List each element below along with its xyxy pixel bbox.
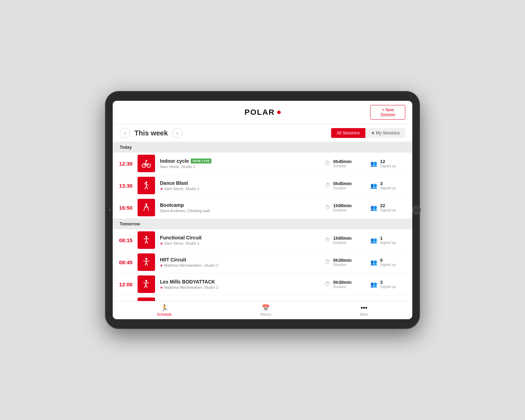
svg-line-23: [146, 241, 148, 244]
signedup-meta: 👥 3 Signed up: [370, 181, 405, 190]
people-icon: 👥: [370, 259, 377, 266]
now-live-badge: NOW LIVE: [191, 159, 211, 163]
session-sub: Daria Andrews, Climbing wall: [160, 209, 325, 213]
week-nav-bar: ‹ This week › All Sessions ★ My Sessions: [113, 124, 412, 142]
duration-value: 1h00min: [333, 236, 352, 241]
week-nav-left: ‹ This week ›: [120, 128, 183, 138]
signedup-value: 3: [380, 280, 396, 285]
duration-value: 0h45min: [333, 181, 352, 186]
duration-value: 0h30min: [333, 280, 352, 285]
session-row[interactable]: 08:15 Functional Circuit ★ Sam Stone, St…: [113, 229, 412, 251]
week-title: This week: [134, 129, 168, 137]
session-info: Functional Circuit ★ Sam Stone, Studio 1: [160, 235, 325, 245]
svg-point-30: [145, 280, 147, 282]
history-icon: 📅: [262, 304, 270, 312]
svg-line-29: [146, 263, 148, 266]
duration-label: Duration: [333, 263, 352, 267]
session-row[interactable]: 16:50 Bootcamp Daria Andrews, Climbing w…: [113, 197, 412, 219]
next-week-button[interactable]: ›: [172, 128, 183, 138]
session-list: Today 12:30 Indoor cycle NOW LIVE Sam St…: [113, 142, 412, 301]
duration-label: Duration: [333, 241, 352, 245]
svg-line-26: [143, 261, 146, 262]
session-name: HIIT Circuit: [160, 257, 325, 262]
session-icon-functional: [138, 231, 155, 249]
duration-meta: ⏱ 1h00min Duration: [325, 236, 360, 245]
nav-more[interactable]: ••• More: [360, 304, 368, 316]
nav-history[interactable]: 📅 History: [260, 304, 271, 316]
svg-line-12: [146, 187, 148, 189]
signedup-meta: 👥 22 Signed up: [370, 203, 405, 212]
signedup-label: Signed up: [380, 208, 396, 212]
session-sub: ★ Sam Stone, Studio 1: [160, 187, 325, 191]
session-info: Indoor cycle NOW LIVE Sam Stone, Studio …: [160, 158, 325, 169]
session-row[interactable]: 12:30 Indoor cycle NOW LIVE Sam Stone, S…: [113, 153, 412, 175]
session-icon-power: [138, 298, 155, 301]
svg-line-28: [145, 263, 146, 266]
session-meta: ⏱ 0h45min Duration 👥 12 Signed up: [325, 159, 405, 168]
star-icon: ★: [160, 286, 163, 289]
signedup-label: Signed up: [380, 164, 396, 168]
session-name: Dance Blast: [160, 180, 325, 186]
tablet-screen: POLAR + New Session ‹ This week › All Se…: [113, 101, 412, 319]
day-section-header: Tomorrow: [113, 219, 412, 229]
more-icon: •••: [360, 304, 367, 312]
session-time: 08:15: [113, 237, 135, 243]
all-sessions-button[interactable]: All Sessions: [331, 128, 365, 138]
my-sessions-button[interactable]: ★ My Sessions: [365, 128, 405, 138]
duration-meta: ⏱ 0h45min Duration: [325, 181, 360, 190]
clock-icon: ⏱: [325, 160, 330, 167]
people-icon: 👥: [370, 160, 377, 167]
session-icon-bootcamp: [138, 199, 155, 216]
signedup-label: Signed up: [380, 263, 396, 267]
session-row[interactable]: 13:30 Dance Blast ★ Sam Stone, Studio 1: [113, 175, 412, 197]
star-icon: ★: [160, 187, 163, 191]
session-meta: ⏱ 1h00min Duration 👥 22 Signed up: [325, 203, 405, 212]
nav-schedule[interactable]: 🏃 Schedule: [157, 304, 172, 316]
duration-meta: ⏱ 0h30min Duration: [325, 280, 360, 289]
svg-point-2: [146, 160, 147, 162]
schedule-icon: 🏃: [161, 304, 168, 312]
session-sub: Sam Stone, Studio 1: [160, 164, 325, 169]
session-name: Indoor cycle NOW LIVE: [160, 158, 325, 164]
day-section-header: Today: [113, 142, 412, 153]
svg-line-15: [146, 205, 148, 208]
session-sub: ★ Matthew Merriweather, Studio 2: [160, 285, 325, 289]
people-icon: 👥: [370, 281, 377, 288]
duration-meta: ⏱ 1h00min Duration: [325, 203, 360, 212]
svg-line-16: [144, 208, 145, 211]
logo-dot: [277, 111, 281, 114]
duration-value: 0h30min: [333, 258, 352, 263]
svg-point-19: [145, 236, 147, 238]
signedup-value: 22: [380, 203, 396, 208]
svg-line-32: [144, 282, 146, 284]
signedup-label: Signed up: [380, 285, 396, 289]
star-icon: ★: [160, 264, 163, 267]
session-icon-bodyattack: [138, 275, 155, 293]
clock-icon: ⏱: [325, 204, 330, 211]
session-icon-cycle: [138, 155, 155, 172]
duration-label: Duration: [333, 186, 352, 190]
session-row[interactable]: 12:00 Les Mills BODYATTACK ★ Matthew Mer…: [113, 273, 412, 295]
nav-schedule-label: Schedule: [157, 313, 172, 316]
session-icon-dance: [138, 177, 155, 194]
prev-week-button[interactable]: ‹: [120, 128, 130, 138]
svg-point-13: [145, 203, 147, 205]
session-name: Les Mills BODYATTACK: [160, 279, 325, 285]
session-info: Dance Blast ★ Sam Stone, Studio 1: [160, 180, 325, 191]
signedup-meta: 👥 12 Signed up: [370, 159, 405, 168]
session-row[interactable]: 08:45 HIIT Circuit ★ Matthew Merriweathe…: [113, 251, 412, 273]
session-time: 16:50: [113, 205, 135, 211]
duration-value: 0h45min: [333, 159, 352, 164]
session-filters: All Sessions ★ My Sessions: [331, 128, 405, 138]
tablet-device: POLAR + New Session ‹ This week › All Se…: [105, 91, 420, 329]
session-info: Les Mills BODYATTACK ★ Matthew Merriweat…: [160, 279, 325, 289]
clock-icon: ⏱: [325, 237, 330, 243]
clock-icon: ⏱: [325, 182, 330, 189]
session-icon-hiit: [138, 253, 155, 271]
signedup-label: Signed up: [380, 241, 396, 245]
app-logo: POLAR: [245, 108, 281, 117]
session-info: Bootcamp Daria Andrews, Climbing wall: [160, 202, 325, 213]
signedup-meta: 👥 0 Signed up: [370, 258, 405, 267]
new-session-button[interactable]: + New Session: [370, 105, 405, 120]
session-row[interactable]: 16:00 Power 90 ★ Sam Stone, Studio 1: [113, 295, 412, 301]
